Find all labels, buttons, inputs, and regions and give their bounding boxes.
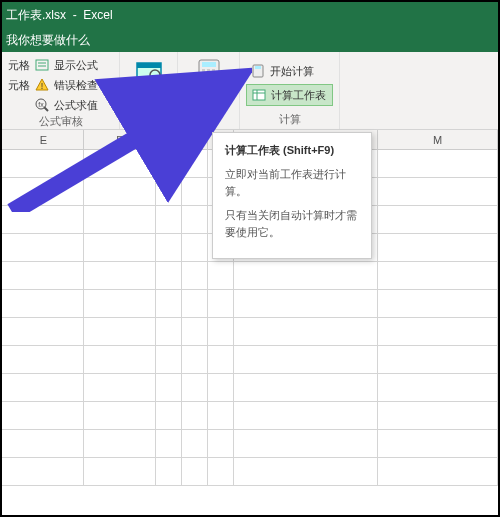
cell[interactable] — [84, 290, 156, 317]
cell[interactable] — [378, 234, 498, 261]
cell[interactable] — [84, 234, 156, 261]
cell[interactable] — [156, 346, 182, 373]
cell[interactable] — [4, 402, 84, 429]
cell[interactable] — [4, 374, 84, 401]
cell[interactable] — [182, 234, 208, 261]
cell[interactable] — [84, 346, 156, 373]
cell[interactable] — [378, 206, 498, 233]
ribbon-group-formula-auditing: 元格 显示公式 元格 ! 错误检查 ▼ fx 公式求值 — [2, 52, 120, 129]
cell[interactable] — [234, 346, 378, 373]
column-header[interactable]: H — [182, 130, 208, 149]
cell[interactable] — [378, 318, 498, 345]
cell[interactable] — [208, 290, 234, 317]
cell[interactable] — [156, 374, 182, 401]
cell[interactable] — [156, 262, 182, 289]
cell[interactable] — [234, 290, 378, 317]
trace-precedents-button[interactable]: 元格 显示公式 — [8, 56, 113, 74]
cell[interactable] — [4, 290, 84, 317]
cell[interactable] — [84, 374, 156, 401]
cell[interactable] — [208, 374, 234, 401]
cell[interactable] — [208, 262, 234, 289]
cell[interactable] — [378, 150, 498, 177]
cell[interactable] — [182, 150, 208, 177]
cell[interactable] — [156, 290, 182, 317]
calculate-sheet-button[interactable]: 计算工作表 — [246, 84, 333, 106]
cell[interactable] — [84, 430, 156, 457]
cell[interactable] — [4, 234, 84, 261]
cell[interactable] — [182, 430, 208, 457]
cell[interactable] — [156, 318, 182, 345]
column-header[interactable]: G — [156, 130, 182, 149]
calculate-now-button[interactable]: 开始计算 — [246, 60, 333, 82]
cell[interactable] — [156, 178, 182, 205]
cell[interactable] — [4, 458, 84, 485]
table-row — [2, 430, 498, 458]
cell[interactable] — [208, 402, 234, 429]
remove-arrows-button[interactable]: fx 公式求值 — [8, 96, 113, 114]
cell[interactable] — [378, 374, 498, 401]
cell[interactable] — [4, 262, 84, 289]
cell[interactable] — [4, 318, 84, 345]
cell[interactable] — [84, 262, 156, 289]
cell[interactable] — [4, 206, 84, 233]
calculation-options-icon — [193, 58, 225, 84]
tell-me-bar[interactable]: 我你想要做什么 — [2, 28, 498, 52]
cell[interactable] — [378, 262, 498, 289]
cell[interactable] — [182, 178, 208, 205]
cell[interactable] — [378, 458, 498, 485]
column-header[interactable]: F — [84, 130, 156, 149]
cell[interactable] — [182, 206, 208, 233]
cell[interactable] — [234, 430, 378, 457]
cell[interactable] — [156, 430, 182, 457]
cell[interactable] — [208, 430, 234, 457]
cell[interactable] — [234, 262, 378, 289]
trace-dependents-button[interactable]: 元格 ! 错误检查 ▼ — [8, 76, 113, 94]
cell[interactable] — [156, 402, 182, 429]
cell[interactable] — [156, 234, 182, 261]
cell[interactable] — [234, 374, 378, 401]
cell[interactable] — [4, 430, 84, 457]
cell[interactable] — [182, 318, 208, 345]
cell[interactable] — [378, 290, 498, 317]
cell[interactable] — [378, 346, 498, 373]
cell[interactable] — [378, 178, 498, 205]
calculate-sheet-icon — [251, 87, 267, 103]
cell[interactable] — [84, 458, 156, 485]
column-header[interactable]: E — [4, 130, 84, 149]
cell[interactable] — [84, 402, 156, 429]
cell[interactable] — [84, 318, 156, 345]
cell[interactable] — [156, 150, 182, 177]
cell[interactable] — [208, 346, 234, 373]
group-label-calcopt — [184, 127, 233, 129]
cell[interactable] — [84, 206, 156, 233]
cell[interactable] — [234, 318, 378, 345]
cell[interactable] — [208, 458, 234, 485]
calculation-options-button[interactable]: 计算选项▼ — [184, 54, 233, 112]
cell[interactable] — [84, 150, 156, 177]
cell[interactable] — [182, 262, 208, 289]
svg-text:fx: fx — [38, 101, 44, 108]
ribbon: 元格 显示公式 元格 ! 错误检查 ▼ fx 公式求值 — [2, 52, 498, 130]
cell[interactable] — [208, 318, 234, 345]
cell[interactable] — [378, 402, 498, 429]
cell[interactable] — [4, 150, 84, 177]
cell[interactable] — [4, 178, 84, 205]
cell[interactable] — [4, 346, 84, 373]
cell[interactable] — [182, 402, 208, 429]
error-checking-label: 错误检查 — [54, 78, 98, 93]
watch-window-button[interactable]: 监视窗口 — [126, 54, 171, 112]
cell[interactable] — [182, 346, 208, 373]
cell[interactable] — [182, 458, 208, 485]
cell[interactable] — [84, 178, 156, 205]
cell[interactable] — [182, 290, 208, 317]
titlebar: 工作表.xlsx - Excel — [2, 2, 498, 28]
cell[interactable] — [234, 402, 378, 429]
evaluate-formula-icon: fx — [34, 97, 50, 113]
cell[interactable] — [156, 458, 182, 485]
cell[interactable] — [182, 374, 208, 401]
cell[interactable] — [156, 206, 182, 233]
calculate-sheet-label: 计算工作表 — [271, 88, 326, 103]
cell[interactable] — [378, 430, 498, 457]
column-header[interactable]: M — [378, 130, 498, 149]
cell[interactable] — [234, 458, 378, 485]
